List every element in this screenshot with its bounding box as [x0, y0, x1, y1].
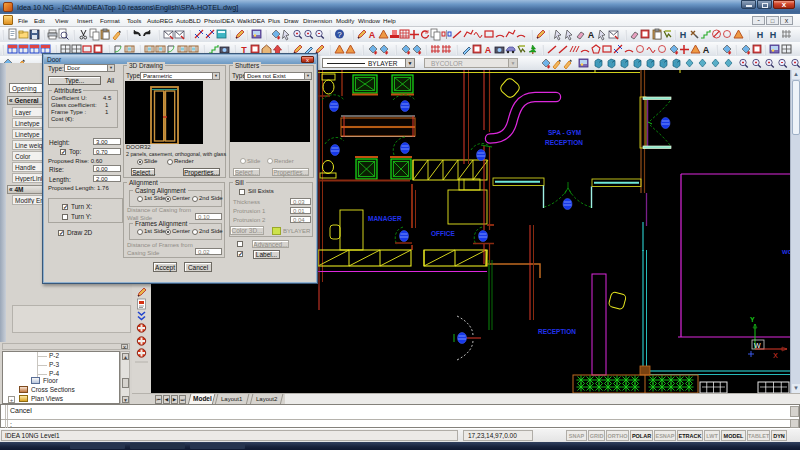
svg-text:H: H — [757, 30, 764, 40]
svg-text:WC: WC — [782, 249, 790, 255]
svg-text:A: A — [703, 45, 710, 55]
svg-text:OFFICE: OFFICE — [431, 230, 455, 237]
svg-text:H: H — [770, 30, 777, 40]
svg-text:RECEPTION: RECEPTION — [538, 328, 576, 335]
svg-text:A: A — [485, 45, 492, 55]
svg-text:Y: Y — [750, 316, 755, 323]
svg-text:MANAGER: MANAGER — [368, 215, 402, 222]
svg-text:?: ? — [337, 30, 342, 39]
svg-text:A: A — [369, 30, 376, 40]
svg-text:W: W — [754, 342, 761, 349]
svg-text:H: H — [680, 30, 687, 40]
svg-text:A: A — [588, 30, 595, 40]
svg-text:SPA - GYM: SPA - GYM — [548, 129, 581, 136]
svg-text:RECEPTION: RECEPTION — [545, 139, 583, 146]
svg-text:X: X — [773, 352, 778, 359]
